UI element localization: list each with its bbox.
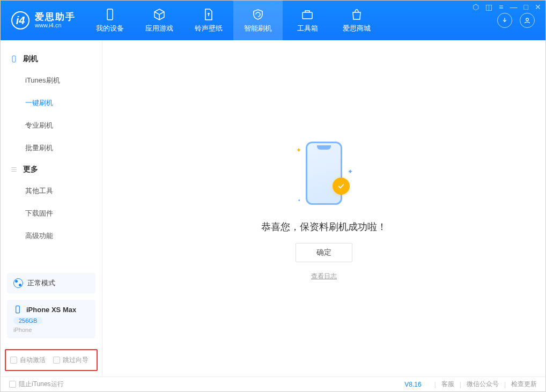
version-label: V8.16 — [404, 381, 421, 388]
sparkle-icon: ✦ — [296, 146, 301, 154]
check-badge-icon — [333, 177, 350, 195]
checkbox-icon — [10, 357, 17, 364]
feedback-icon[interactable]: ◫ — [485, 3, 492, 11]
logo: i4 爱思助手 www.i4.cn — [1, 1, 85, 40]
checkbox-skip-guide[interactable]: 跳过向导 — [53, 356, 88, 365]
wechat-link[interactable]: 微信公众号 — [467, 380, 499, 389]
device-icon — [103, 8, 117, 21]
sidebar-item-other-tools[interactable]: 其他工具 — [1, 180, 102, 202]
sidebar-item-itunes-flash[interactable]: iTunes刷机 — [1, 69, 102, 92]
device-info-box[interactable]: iPhone XS Max 256GB iPhone — [7, 300, 95, 338]
svg-rect-4 — [16, 306, 20, 313]
device-capacity: 256GB — [13, 317, 42, 324]
tab-smart-flash[interactable]: 智能刷机 — [233, 1, 283, 40]
sidebar-group-more: 更多 — [1, 159, 102, 180]
app-title: 爱思助手 — [35, 12, 76, 23]
checkbox-block-itunes[interactable]: 阻止iTunes运行 — [9, 380, 64, 389]
window-controls: ⬡ ◫ ≡ — □ ✕ — [473, 3, 541, 11]
app-header: i4 爱思助手 www.i4.cn 我的设备 应用游戏 铃声壁纸 智能刷机 工具… — [1, 1, 545, 40]
download-button[interactable] — [497, 13, 512, 28]
music-file-icon — [202, 8, 216, 21]
tab-apps-games[interactable]: 应用游戏 — [135, 1, 184, 40]
tab-label: 我的设备 — [96, 24, 124, 33]
tab-label: 铃声壁纸 — [195, 24, 223, 33]
checkbox-icon — [53, 357, 60, 364]
phone-illustration — [306, 142, 342, 205]
support-link[interactable]: 客服 — [441, 380, 454, 389]
tab-store[interactable]: 爱思商城 — [332, 1, 381, 40]
mode-label: 正常模式 — [27, 278, 55, 288]
sparkle-icon: ✦ — [348, 168, 353, 175]
view-log-link[interactable]: 查看日志 — [311, 272, 337, 281]
sidebar-item-download-firmware[interactable]: 下载固件 — [1, 202, 102, 225]
toolbox-icon — [300, 8, 314, 21]
tab-label: 工具箱 — [297, 24, 318, 33]
tab-my-device[interactable]: 我的设备 — [85, 1, 135, 40]
tab-label: 智能刷机 — [244, 24, 272, 33]
checkbox-auto-activate[interactable]: 自动激活 — [10, 356, 46, 365]
sidebar-item-advanced[interactable]: 高级功能 — [1, 225, 102, 247]
close-button[interactable]: ✕ — [535, 3, 541, 11]
device-name: iPhone XS Max — [26, 306, 76, 314]
phone-icon — [10, 55, 18, 63]
bag-icon — [350, 8, 364, 21]
sidebar-group-label: 刷机 — [23, 54, 38, 64]
minimize-button[interactable]: — — [510, 3, 518, 11]
logo-icon: i4 — [11, 11, 29, 29]
phone-icon — [13, 305, 22, 314]
confirm-button[interactable]: 确定 — [296, 243, 352, 262]
svg-rect-3 — [12, 56, 16, 62]
sidebar-group-label: 更多 — [23, 165, 38, 174]
status-bar: 阻止iTunes运行 V8.16 | 客服 | 微信公众号 | 检查更新 — [1, 376, 545, 391]
sidebar-item-batch-flash[interactable]: 批量刷机 — [1, 137, 102, 159]
tab-label: 应用游戏 — [145, 24, 173, 33]
main-content: ✦ ✦ • 恭喜您，保资料刷机成功啦！ 确定 查看日志 — [102, 40, 545, 376]
sidebar: 刷机 iTunes刷机 一键刷机 专业刷机 批量刷机 更多 其他工具 下载固件 … — [1, 40, 102, 376]
svg-rect-0 — [107, 9, 113, 20]
mode-icon — [13, 278, 23, 288]
checkbox-label: 阻止iTunes运行 — [19, 380, 64, 389]
sidebar-item-pro-flash[interactable]: 专业刷机 — [1, 114, 102, 137]
menu-icon[interactable]: ≡ — [499, 3, 503, 11]
sparkle-icon: • — [298, 197, 300, 203]
checkbox-icon — [9, 381, 16, 388]
list-icon — [10, 166, 18, 173]
profile-button[interactable] — [520, 13, 535, 28]
sidebar-group-flash: 刷机 — [1, 49, 102, 69]
theme-icon[interactable]: ⬡ — [473, 3, 479, 11]
success-illustration: ✦ ✦ • — [286, 136, 361, 211]
svg-rect-1 — [302, 12, 312, 19]
flash-options-highlight: 自动激活 跳过向导 — [5, 349, 98, 371]
device-type: iPhone — [13, 327, 89, 333]
app-subtitle: www.i4.cn — [35, 22, 76, 28]
success-message: 恭喜您，保资料刷机成功啦！ — [261, 220, 387, 233]
cube-icon — [152, 8, 166, 21]
tab-toolbox[interactable]: 工具箱 — [283, 1, 332, 40]
device-mode-box[interactable]: 正常模式 — [7, 273, 95, 293]
checkbox-label: 跳过向导 — [63, 356, 88, 365]
sidebar-item-onekey-flash[interactable]: 一键刷机 — [1, 92, 102, 114]
check-update-link[interactable]: 检查更新 — [511, 380, 537, 389]
main-tabs: 我的设备 应用游戏 铃声壁纸 智能刷机 工具箱 爱思商城 — [85, 1, 381, 40]
maximize-button[interactable]: □ — [524, 3, 528, 11]
tab-ringtone-wallpaper[interactable]: 铃声壁纸 — [184, 1, 233, 40]
tab-label: 爱思商城 — [343, 24, 371, 33]
checkbox-label: 自动激活 — [20, 356, 46, 365]
refresh-shield-icon — [251, 8, 265, 21]
svg-point-2 — [526, 18, 529, 21]
